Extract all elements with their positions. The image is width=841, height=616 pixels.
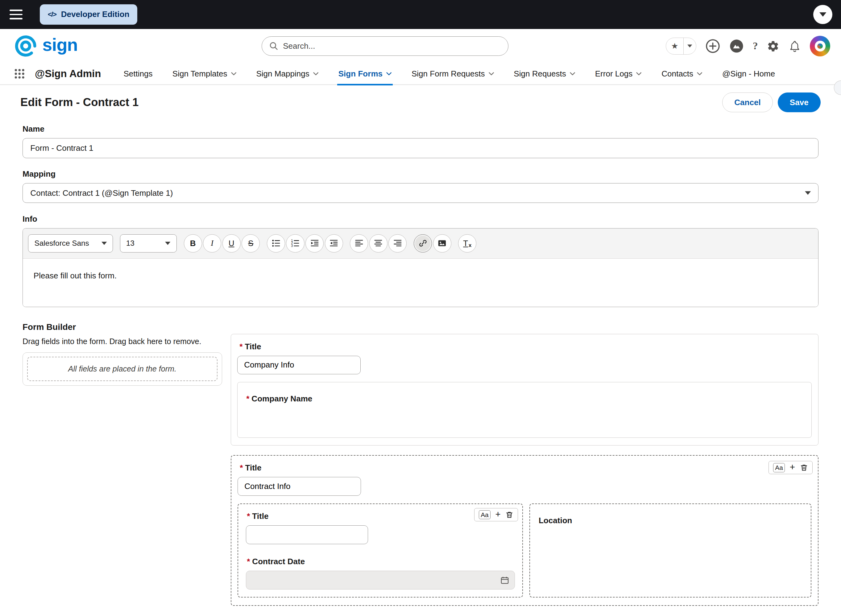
font-size-value: 13	[126, 239, 135, 248]
global-add-button[interactable]	[706, 39, 720, 53]
required-marker: *	[240, 342, 243, 351]
tab-contacts[interactable]: Contacts	[662, 63, 702, 84]
tab-label: Sign Form Requests	[412, 69, 485, 79]
tab-sign-forms[interactable]: Sign Forms	[338, 63, 392, 84]
font-family-select[interactable]: Salesforce Sans	[28, 234, 113, 252]
clear-group: Tx	[458, 234, 476, 252]
cancel-button[interactable]: Cancel	[722, 92, 773, 112]
tab-sign-mappings[interactable]: Sign Mappings	[256, 63, 318, 84]
title-label-text: Title	[245, 342, 261, 351]
tab-error-logs[interactable]: Error Logs	[595, 63, 642, 84]
font-size-select[interactable]: 13	[120, 234, 177, 252]
numbered-list-button[interactable]: 1 2 3	[286, 234, 304, 252]
font-settings-button[interactable]: Aa	[773, 463, 785, 472]
sub-title-input[interactable]	[246, 525, 368, 544]
mapping-select[interactable]: Contact: Contract 1 (@Sign Template 1)	[22, 183, 819, 203]
chevron-down-icon	[570, 72, 575, 75]
clear-formatting-button[interactable]: Tx	[458, 234, 476, 252]
sub-section-contract-fields[interactable]: Aa + *Title	[238, 503, 523, 598]
align-left-button[interactable]	[350, 234, 368, 252]
text-style-group: B I U S	[184, 234, 260, 252]
required-marker: *	[240, 463, 243, 472]
page-header: Edit Form - Contract 1 Cancel Save	[21, 92, 820, 113]
add-field-button[interactable]: +	[495, 510, 501, 519]
logo-text: sign	[42, 36, 78, 56]
search-icon	[270, 42, 278, 50]
required-marker: *	[247, 557, 250, 566]
font-settings-icon: Aa	[775, 464, 783, 471]
tab-label: Contacts	[662, 69, 693, 79]
sub-section-location[interactable]: Location	[529, 503, 812, 598]
field-company-name[interactable]: *Company Name	[237, 382, 812, 438]
favorites-caret-button[interactable]	[683, 38, 696, 54]
align-right-icon	[393, 239, 402, 248]
notifications-bell-icon	[788, 40, 801, 53]
insert-link-button[interactable]	[414, 234, 432, 252]
contract-date-input[interactable]	[246, 571, 515, 590]
indent-button[interactable]	[306, 234, 323, 252]
outdent-button[interactable]	[325, 234, 343, 252]
menu-icon[interactable]	[10, 10, 22, 19]
chevron-down-icon	[489, 72, 494, 75]
company-name-text: Company Name	[251, 394, 312, 403]
form-section-contract-info[interactable]: Aa + *Title	[231, 455, 819, 606]
banner-collapse-button[interactable]	[813, 5, 833, 24]
save-button[interactable]: Save	[778, 92, 820, 112]
delete-sub-section-button[interactable]	[505, 511, 513, 519]
tab-sign-form-requests[interactable]: Sign Form Requests	[412, 63, 494, 84]
search-input[interactable]	[283, 41, 501, 51]
tab-sign-templates[interactable]: Sign Templates	[172, 63, 236, 84]
favorites-star-icon[interactable]: ★	[666, 38, 683, 54]
avatar[interactable]	[810, 36, 830, 56]
add-field-button[interactable]: +	[790, 462, 795, 472]
header-actions: ★ ?	[666, 36, 830, 56]
delete-section-button[interactable]	[800, 464, 808, 472]
notifications-button[interactable]	[788, 40, 801, 53]
tab-list: Settings Sign Templates Sign Mappings Si…	[124, 63, 775, 84]
chevron-down-icon	[313, 72, 318, 75]
name-input[interactable]	[22, 138, 819, 158]
guidance-center-button[interactable]	[729, 39, 744, 53]
tab-sign-home[interactable]: @Sign - Home	[722, 63, 775, 84]
palette-dropzone[interactable]: All fields are placed in the form.	[27, 357, 218, 381]
top-banner: </> Developer Edition	[0, 0, 841, 29]
info-label: Info	[22, 214, 819, 224]
setup-button[interactable]	[767, 40, 779, 53]
strikethrough-button[interactable]: S	[241, 234, 260, 252]
form-builder-hint: Drag fields into the form. Drag back her…	[22, 337, 222, 346]
editor-content[interactable]: Please fill out this form.	[23, 259, 818, 307]
form-section-company-info[interactable]: *Title *Company Name	[231, 334, 819, 446]
italic-button[interactable]: I	[203, 234, 221, 252]
insert-image-button[interactable]	[433, 234, 451, 252]
caret-down-icon	[101, 242, 107, 245]
app-launcher-icon[interactable]	[14, 63, 25, 84]
mapping-value: Contact: Contract 1 (@Sign Template 1)	[30, 188, 173, 198]
rich-text-editor: Salesforce Sans 13 B I U S	[22, 228, 819, 307]
add-icon	[706, 39, 720, 53]
chevron-down-icon	[697, 72, 702, 75]
caret-down-icon	[805, 191, 811, 195]
insert-group	[414, 234, 451, 252]
trash-icon	[505, 511, 513, 519]
builder-palette-column: Form Builder Drag fields into the form. …	[22, 322, 222, 606]
tab-settings[interactable]: Settings	[124, 63, 152, 84]
font-settings-button[interactable]: Aa	[479, 510, 491, 519]
tab-label: Settings	[124, 69, 152, 79]
setup-gear-icon	[767, 40, 779, 53]
developer-edition-badge: </> Developer Edition	[40, 4, 138, 25]
align-right-button[interactable]	[388, 234, 407, 252]
bulleted-list-button[interactable]	[267, 234, 285, 252]
section-title-input[interactable]	[238, 477, 361, 496]
section-title-input[interactable]	[237, 356, 361, 375]
app-name: @Sign Admin	[35, 63, 101, 84]
help-button[interactable]: ?	[753, 40, 758, 52]
align-center-button[interactable]	[369, 234, 388, 252]
help-icon: ?	[753, 40, 758, 52]
tab-sign-requests[interactable]: Sign Requests	[514, 63, 575, 84]
contract-date-label: *Contract Date	[247, 557, 515, 566]
underline-button[interactable]: U	[222, 234, 241, 252]
tab-label: Error Logs	[595, 69, 633, 79]
bold-button[interactable]: B	[184, 234, 202, 252]
global-search	[262, 37, 509, 56]
title-label-text: Title	[245, 463, 261, 472]
